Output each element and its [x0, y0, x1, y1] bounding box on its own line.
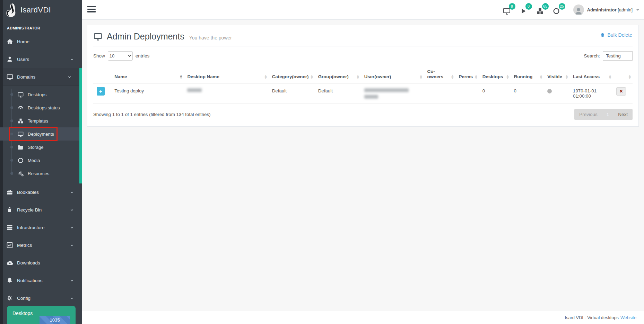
chevron-down-icon [70, 225, 74, 230]
table-header-row: Name Desktop Name Category(owner) Group(… [93, 66, 633, 83]
gear-icon [6, 295, 14, 302]
col-running[interactable]: Running [511, 66, 544, 83]
sidebar-item-label: Desktops status [28, 105, 60, 110]
sidebar-item-deployments[interactable]: Deployments [0, 127, 79, 141]
person-icon [574, 6, 583, 15]
started-counter[interactable]: 0 [519, 6, 528, 15]
bell-icon [6, 277, 14, 284]
sort-icon[interactable] [357, 74, 359, 79]
pagination-previous[interactable]: Previous [574, 109, 602, 120]
cell-group: Default [315, 83, 361, 104]
sidebar-item-infrastructure[interactable]: Infrastructure [0, 219, 82, 236]
bulk-delete-button[interactable]: Bulk Delete [600, 32, 632, 38]
user-name: Administrator [admin] [587, 7, 633, 12]
sidebar-item-label: Users [17, 57, 29, 62]
redacted-text [364, 95, 378, 99]
sidebar-item-templates[interactable]: Templates [0, 114, 79, 127]
sidebar-item-bookables[interactable]: Bookables [0, 183, 82, 201]
delete-row-button[interactable] [616, 87, 626, 96]
deployments-panel: Admin Deployments You have the power Bul… [87, 25, 639, 127]
col-visible[interactable]: Visible [544, 66, 569, 83]
col-desktop-name[interactable]: Desktop Name [184, 66, 268, 83]
cell-perms [455, 83, 479, 104]
status-card-progress: 1035 [40, 316, 70, 324]
sidebar-item-recycle-bin[interactable]: Recycle Bin [0, 201, 82, 219]
visible-status-icon [547, 89, 552, 93]
sort-icon[interactable] [451, 74, 453, 79]
col-group-owner[interactable]: Group(owner) [315, 66, 361, 83]
col-desktops[interactable]: Desktops [479, 66, 511, 83]
page-title: Admin Deployments [107, 32, 184, 42]
user-icon [6, 56, 14, 63]
title-row: Admin Deployments You have the power [93, 29, 633, 42]
sort-icon[interactable] [311, 74, 313, 79]
viewers-counter[interactable]: 25 [552, 6, 562, 15]
cell-running: 0 [511, 83, 544, 104]
sidebar-item-media[interactable]: Media [0, 154, 79, 167]
pagination-next[interactable]: Next [613, 109, 633, 120]
gauge-icon [17, 105, 24, 111]
sidebar-item-label: Desktops [28, 92, 46, 97]
page-length-control: Show 10 entries [93, 51, 149, 61]
table-info: Showing 1 to 1 of 1 entries (filtered fr… [93, 109, 211, 117]
user-menu[interactable]: Administrator [admin] [573, 4, 639, 15]
sidebar-item-desktops-status[interactable]: Desktops status [0, 101, 79, 114]
redacted-text [364, 88, 409, 92]
sort-icon[interactable] [566, 74, 568, 79]
sidebar-item-domains[interactable]: Domains [0, 68, 79, 86]
cubes-icon [17, 118, 24, 124]
expand-row-button[interactable] [97, 87, 105, 96]
cell-name: Testing deploy [111, 83, 184, 104]
pagination-current[interactable]: 1 [602, 109, 613, 120]
sort-icon[interactable] [629, 74, 631, 79]
main-content: Admin Deployments You have the power Bul… [82, 20, 644, 311]
desktops-status-card[interactable]: Desktops 1035 [7, 306, 76, 324]
sidebar-item-label: Recycle Bin [17, 207, 42, 213]
pagination: Previous 1 Next [574, 109, 633, 120]
sort-icon[interactable] [475, 74, 477, 79]
home-icon [6, 38, 14, 45]
search-input[interactable] [603, 51, 633, 61]
brand[interactable]: IsardVDI [0, 0, 82, 20]
desktops-counter[interactable]: 8 [503, 6, 512, 15]
sidebar-item-storage[interactable]: Storage [0, 141, 79, 154]
sort-icon[interactable] [506, 74, 508, 79]
footer-website-link[interactable]: Website [620, 315, 636, 320]
sort-icon[interactable] [265, 74, 267, 79]
sidebar-item-downloads[interactable]: Downloads [0, 254, 82, 272]
chevron-down-icon [70, 190, 74, 195]
sort-icon[interactable] [609, 74, 611, 79]
page-length-select[interactable]: 10 [108, 51, 133, 61]
sort-icon[interactable] [420, 74, 422, 79]
sidebar-item-users[interactable]: Users [0, 51, 82, 68]
sidebar-item-label: Domains [17, 74, 35, 80]
col-actions[interactable] [613, 66, 633, 83]
trash-icon [600, 32, 605, 38]
sidebar-item-config[interactable]: Config [0, 289, 82, 307]
col-co-owners[interactable]: Co-owners [424, 66, 455, 83]
col-name[interactable]: Name [111, 66, 184, 83]
sidebar-item-notifications[interactable]: Notifications [0, 272, 82, 289]
col-perms[interactable]: Perms [455, 66, 479, 83]
show-label: Show [93, 53, 105, 58]
sidebar-item-label: Infrastructure [17, 225, 45, 230]
sidebar-item-home[interactable]: Home [0, 33, 82, 51]
user-tag: [admin] [618, 7, 633, 12]
sort-icon[interactable] [540, 74, 542, 79]
server-icon [6, 224, 14, 231]
col-user-owner[interactable]: User(owner) [361, 66, 424, 83]
sort-icon[interactable] [180, 74, 182, 79]
sidebar-item-desktops[interactable]: Desktops [0, 88, 79, 101]
menu-toggle-icon[interactable] [87, 6, 96, 14]
desktop-icon [17, 131, 24, 137]
sidebar-item-resources[interactable]: Resources [0, 167, 79, 180]
isardvdi-logo-icon [6, 3, 17, 17]
col-category-owner[interactable]: Category(owner) [269, 66, 315, 83]
trash-icon [6, 206, 14, 214]
table-row: Testing deploy Default Default 0 0 1970-… [93, 83, 633, 104]
templates-counter[interactable]: 65 [536, 6, 545, 15]
col-last-access[interactable]: Last Access [569, 66, 613, 83]
footer: Isard VDI - Virtual desktops Website [82, 311, 644, 324]
sidebar-item-metrics[interactable]: Metrics [0, 236, 82, 254]
footer-text: Isard VDI - Virtual desktops [565, 315, 619, 320]
